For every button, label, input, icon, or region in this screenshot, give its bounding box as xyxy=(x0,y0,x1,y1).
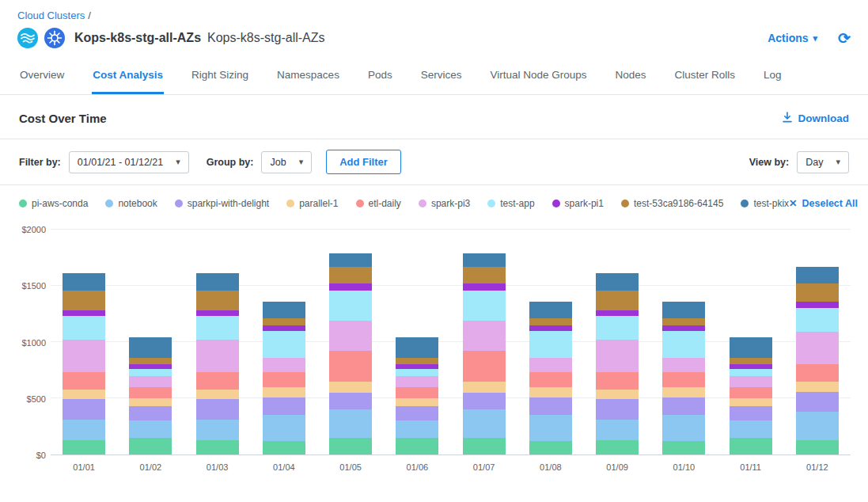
refresh-icon[interactable]: ⟳ xyxy=(838,31,851,46)
x-axis-label: 01/06 xyxy=(384,462,450,472)
bar-segment-sparkpi-with-delight xyxy=(662,397,705,416)
tab-log[interactable]: Log xyxy=(763,58,783,94)
bar-slot xyxy=(718,230,784,454)
tab-overview[interactable]: Overview xyxy=(19,58,65,94)
breadcrumb-link[interactable]: Cloud Clusters xyxy=(17,10,85,21)
bar-segment-test-53ca9186-64145 xyxy=(796,283,839,302)
legend-label: parallel-1 xyxy=(299,198,338,209)
bar-segment-etl-daily xyxy=(263,372,305,386)
bar-segment-test-pkix xyxy=(662,302,705,318)
bar-segment-etl-daily xyxy=(129,387,172,398)
bar-segment-etl-daily xyxy=(730,387,772,398)
bar-segment-test-pkix xyxy=(529,302,572,318)
y-axis-label: $0 xyxy=(36,451,46,460)
bar-segment-pi-aws-conda xyxy=(529,441,572,454)
bar-slot xyxy=(517,230,584,454)
tab-right-sizing[interactable]: Right Sizing xyxy=(191,58,249,94)
x-axis: 01/0101/0201/0301/0401/0501/0601/0701/08… xyxy=(51,455,851,472)
tab-services[interactable]: Services xyxy=(420,58,463,94)
stacked-bar-01/12[interactable] xyxy=(796,230,839,454)
filter-bar: Filter by: 01/01/21 - 01/12/21 ▾ Group b… xyxy=(0,139,868,184)
y-axis-label: $500 xyxy=(27,394,46,404)
bar-segment-sparkpi-with-delight xyxy=(796,392,839,413)
date-range-select[interactable]: 01/01/21 - 01/12/21 ▾ xyxy=(69,151,189,173)
tab-pods[interactable]: Pods xyxy=(367,58,393,94)
tab-cluster-rolls[interactable]: Cluster Rolls xyxy=(674,58,737,94)
bar-segment-test-pkix xyxy=(196,273,239,290)
legend-item-spark-pi3[interactable]: spark-pi3 xyxy=(419,198,470,209)
stacked-bar-01/04[interactable] xyxy=(263,230,305,454)
filter-by-label: Filter by: xyxy=(19,157,61,168)
stacked-bar-01/10[interactable] xyxy=(662,230,705,454)
chart-plot xyxy=(51,230,851,455)
deselect-all-label: Deselect All xyxy=(802,198,858,209)
bar-segment-pi-aws-conda xyxy=(596,440,639,454)
tab-nodes[interactable]: Nodes xyxy=(615,58,647,94)
legend-item-sparkpi-with-delight[interactable]: sparkpi-with-delight xyxy=(175,198,269,209)
legend: pi-aws-condanotebooksparkpi-with-delight… xyxy=(0,185,868,215)
legend-items: pi-aws-condanotebooksparkpi-with-delight… xyxy=(19,198,789,209)
bar-segment-test-53ca9186-64145 xyxy=(63,291,105,311)
legend-item-spark-pi1[interactable]: spark-pi1 xyxy=(552,198,604,209)
actions-button[interactable]: Actions ▾ xyxy=(768,32,817,44)
stacked-bar-01/09[interactable] xyxy=(596,230,639,454)
legend-item-etl-daily[interactable]: etl-daily xyxy=(356,198,401,209)
bar-segment-etl-daily xyxy=(796,364,839,381)
stacked-bar-01/03[interactable] xyxy=(196,230,239,454)
legend-item-test-app[interactable]: test-app xyxy=(487,198,534,209)
legend-item-pi-aws-conda[interactable]: pi-aws-conda xyxy=(19,198,88,209)
x-axis-label: 01/10 xyxy=(650,462,717,472)
group-by-select[interactable]: Job ▾ xyxy=(261,151,312,173)
bar-slot xyxy=(117,230,184,454)
tab-namespaces[interactable]: Namespaces xyxy=(276,58,340,94)
stacked-bar-01/01[interactable] xyxy=(63,230,105,454)
stacked-bar-01/07[interactable] xyxy=(463,230,506,454)
download-icon xyxy=(782,112,793,125)
y-axis-label: $2000 xyxy=(21,225,46,234)
bar-segment-test-pkix xyxy=(329,253,372,267)
x-axis-label: 01/08 xyxy=(517,462,584,472)
stacked-bar-01/05[interactable] xyxy=(329,230,372,454)
legend-item-notebook[interactable]: notebook xyxy=(105,198,157,209)
deselect-all-button[interactable]: ✕ Deselect All xyxy=(789,197,858,209)
legend-item-parallel-1[interactable]: parallel-1 xyxy=(286,198,338,209)
legend-label: spark-pi3 xyxy=(431,198,470,209)
stacked-bar-01/06[interactable] xyxy=(396,230,438,454)
bar-segment-test-app xyxy=(63,316,105,340)
x-axis-label: 01/01 xyxy=(51,462,117,472)
bar-segment-spark-pi3 xyxy=(129,376,172,387)
bar-segment-etl-daily xyxy=(596,372,639,389)
bar-segment-etl-daily xyxy=(396,387,438,398)
bar-segment-test-app xyxy=(396,369,438,376)
tab-virtual-node-groups[interactable]: Virtual Node Groups xyxy=(489,58,587,94)
tab-cost-analysis[interactable]: Cost Analysis xyxy=(92,58,164,94)
stacked-bar-01/08[interactable] xyxy=(529,230,572,454)
stacked-bar-01/11[interactable] xyxy=(730,230,772,454)
breadcrumb-separator: / xyxy=(88,10,91,21)
bar-segment-test-pkix xyxy=(263,302,305,318)
legend-item-test-pkix[interactable]: test-pkix xyxy=(741,198,789,209)
legend-dot-icon xyxy=(356,200,364,207)
bar-segment-test-53ca9186-64145 xyxy=(129,358,172,365)
legend-label: notebook xyxy=(118,198,157,209)
view-by-value: Day xyxy=(805,157,823,168)
bar-segment-spark-pi1 xyxy=(263,325,305,331)
date-range-value: 01/01/21 - 01/12/21 xyxy=(78,157,163,168)
bar-segment-sparkpi-with-delight xyxy=(730,406,772,420)
legend-dot-icon xyxy=(175,200,183,207)
bar-segment-pi-aws-conda xyxy=(396,438,438,454)
bar-segment-parallel-1 xyxy=(263,387,305,397)
add-filter-button[interactable]: Add Filter xyxy=(326,150,401,174)
bar-segment-parallel-1 xyxy=(463,382,506,393)
bar-segment-etl-daily xyxy=(196,372,239,389)
bar-segment-notebook xyxy=(263,415,305,441)
download-button[interactable]: Download xyxy=(782,112,850,125)
stacked-bar-01/02[interactable] xyxy=(129,230,172,454)
legend-item-test-53ca9186-64145[interactable]: test-53ca9186-64145 xyxy=(621,198,723,209)
bar-segment-pi-aws-conda xyxy=(796,440,839,454)
bar-segment-parallel-1 xyxy=(730,398,772,406)
view-by-select[interactable]: Day ▾ xyxy=(797,151,849,173)
bar-segment-pi-aws-conda xyxy=(329,438,372,454)
bar-segment-sparkpi-with-delight xyxy=(529,397,572,416)
bar-segment-sparkpi-with-delight xyxy=(396,406,438,420)
